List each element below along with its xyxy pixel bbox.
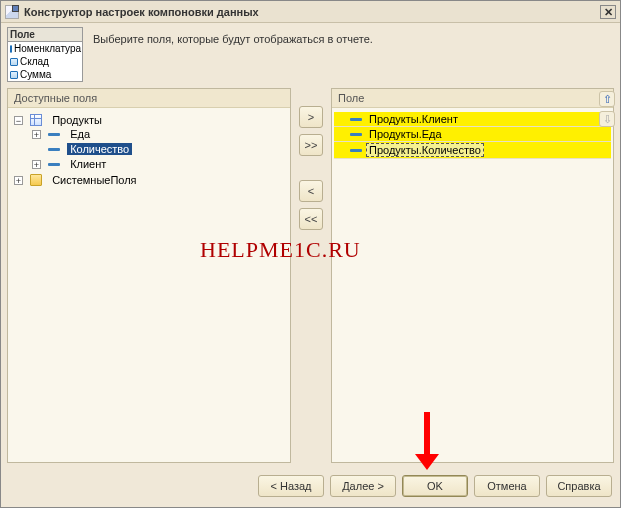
selected-fields-panel: Поле Продукты.Клиент Продукты.Еда Продук… xyxy=(331,88,614,463)
window-title: Конструктор настроек компоновки данных xyxy=(24,6,259,18)
list-item[interactable]: Продукты.Количество xyxy=(334,142,611,159)
window: Конструктор настроек компоновки данных ✕… xyxy=(0,0,621,508)
tree-node-produkty[interactable]: Продукты xyxy=(49,114,105,126)
list-item[interactable]: Продукты.Клиент xyxy=(334,112,611,127)
expander-icon[interactable]: − xyxy=(14,116,23,125)
reorder-buttons: ⇧ ⇩ xyxy=(599,91,615,127)
fields-preview-row: Номенклатура xyxy=(8,42,82,55)
field-dash-icon xyxy=(350,133,362,136)
panes: Доступные поля − Продукты + Еда xyxy=(1,82,620,469)
remove-all-button[interactable]: << xyxy=(299,208,323,230)
available-fields-panel: Доступные поля − Продукты + Еда xyxy=(7,88,291,463)
add-button[interactable]: > xyxy=(299,106,323,128)
close-button[interactable]: ✕ xyxy=(600,5,616,19)
selected-fields-list[interactable]: Продукты.Клиент Продукты.Еда Продукты.Ко… xyxy=(332,108,613,462)
table-icon xyxy=(30,114,42,126)
transfer-buttons: > >> < << xyxy=(297,88,325,463)
list-item-label-selected: Продукты.Количество xyxy=(366,143,484,157)
move-up-button[interactable]: ⇧ xyxy=(599,91,615,107)
field-icon xyxy=(10,71,18,79)
field-label: Склад xyxy=(20,55,49,68)
fields-preview-row: Сумма xyxy=(8,68,82,81)
back-button[interactable]: < Назад xyxy=(258,475,324,497)
available-fields-header: Доступные поля xyxy=(8,89,290,108)
app-icon xyxy=(5,5,19,19)
titlebar: Конструктор настроек компоновки данных ✕ xyxy=(1,1,620,23)
field-icon xyxy=(10,45,12,53)
field-dash-icon xyxy=(48,163,60,166)
remove-button[interactable]: < xyxy=(299,180,323,202)
tree-node-klient[interactable]: Клиент xyxy=(67,158,109,170)
field-label: Сумма xyxy=(20,68,51,81)
tree-node-eda[interactable]: Еда xyxy=(67,128,93,140)
intro-text: Выберите поля, которые будут отображатьс… xyxy=(93,33,373,45)
list-item[interactable]: Продукты.Еда xyxy=(334,127,611,142)
expander-icon[interactable]: + xyxy=(32,160,41,169)
help-button[interactable]: Справка xyxy=(546,475,612,497)
folder-icon xyxy=(30,174,42,186)
available-fields-tree[interactable]: − Продукты + Еда К xyxy=(8,108,290,462)
field-icon xyxy=(10,58,18,66)
field-label: Номенклатура xyxy=(14,42,81,55)
expander-icon[interactable]: + xyxy=(32,130,41,139)
fields-preview-box: Поле Номенклатура Склад Сумма xyxy=(7,27,83,82)
field-dash-icon xyxy=(48,133,60,136)
field-dash-icon xyxy=(48,148,60,151)
field-dash-icon xyxy=(350,149,362,152)
add-all-button[interactable]: >> xyxy=(299,134,323,156)
list-item-label: Продукты.Еда xyxy=(366,128,445,140)
next-button[interactable]: Далее > xyxy=(330,475,396,497)
list-item-label: Продукты.Клиент xyxy=(366,113,461,125)
cancel-button[interactable]: Отмена xyxy=(474,475,540,497)
footer-buttons: < Назад Далее > OK Отмена Справка xyxy=(1,469,620,507)
tree-node-system[interactable]: СистемныеПоля xyxy=(49,174,139,186)
field-dash-icon xyxy=(350,118,362,121)
fields-preview-header: Поле xyxy=(8,28,82,42)
top-row: Поле Номенклатура Склад Сумма Выберите п… xyxy=(1,23,620,82)
expander-icon[interactable]: + xyxy=(14,176,23,185)
move-down-button[interactable]: ⇩ xyxy=(599,111,615,127)
selected-fields-header: Поле xyxy=(332,89,613,108)
fields-preview-row: Склад xyxy=(8,55,82,68)
ok-button[interactable]: OK xyxy=(402,475,468,497)
tree-node-kolichestvo[interactable]: Количество xyxy=(67,143,132,155)
